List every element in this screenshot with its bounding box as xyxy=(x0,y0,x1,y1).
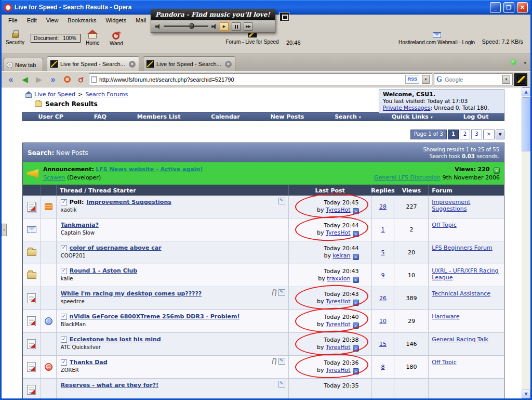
rewind-button[interactable]: « xyxy=(5,73,17,85)
reload-button[interactable] xyxy=(61,73,73,85)
page-3-link[interactable]: 3 xyxy=(471,130,482,139)
last-poster-link[interactable]: traxxion xyxy=(327,275,350,282)
announcement-forum-link[interactable]: General LFS Discussion xyxy=(374,174,441,181)
widget-restore-icon[interactable] xyxy=(280,12,289,21)
minimize-button[interactable]: _ xyxy=(490,2,501,13)
address-field[interactable]: RSS xyxy=(89,73,432,85)
forum-link[interactable]: Off Topic xyxy=(432,359,456,366)
header-last-post[interactable]: Last Post xyxy=(289,185,372,196)
thread-preview-icon[interactable] xyxy=(278,381,285,388)
forward-button[interactable]: ▶ xyxy=(33,73,45,85)
forum-link[interactable]: LFS Beginners Forum xyxy=(432,244,492,251)
scroll-down-icon[interactable] xyxy=(522,390,530,398)
goto-last-post-icon[interactable] xyxy=(353,368,359,375)
nav-item-members-list[interactable]: Members List xyxy=(137,113,181,120)
rss-dropdown-icon[interactable] xyxy=(422,75,430,84)
thread-title-link[interactable]: nVidia GeForce 6800XTreme 256mb DDR3 - P… xyxy=(70,313,240,320)
forum-link[interactable]: Hardware xyxy=(432,313,459,320)
goto-first-unread-icon[interactable] xyxy=(61,314,67,320)
goto-last-post-icon[interactable] xyxy=(353,231,359,237)
thread-title-link[interactable]: Thanks Dad xyxy=(70,359,108,366)
replies-link[interactable]: 5 xyxy=(381,249,385,256)
goto-first-unread-icon[interactable] xyxy=(61,359,67,366)
last-poster-link[interactable]: TyresHot xyxy=(326,229,351,236)
tab-search-results-2[interactable]: Live for Speed - Search... xyxy=(143,56,235,71)
thread-title-link[interactable]: Round 1 - Aston Club xyxy=(70,267,137,274)
last-poster-link[interactable]: TyresHot xyxy=(326,321,351,328)
last-poster-link[interactable]: TyresHot xyxy=(326,207,351,213)
thread-title-link[interactable]: Reserves - what are they for?! xyxy=(61,382,158,389)
play-button[interactable] xyxy=(220,22,229,31)
header-forum[interactable]: Forum xyxy=(429,185,504,196)
nav-item-new-posts[interactable]: New Posts xyxy=(271,113,304,120)
thread-title-link[interactable]: Ecclestone has lost his mind xyxy=(70,336,161,343)
goto-last-post-icon[interactable] xyxy=(353,254,359,260)
goto-first-unread-icon[interactable] xyxy=(61,268,67,274)
nav-item-user-cp[interactable]: User CP xyxy=(38,113,63,120)
url-input[interactable] xyxy=(99,76,403,83)
tab-close-icon[interactable] xyxy=(225,61,232,68)
menu-file[interactable]: File xyxy=(4,16,22,25)
security-button[interactable]: Security xyxy=(6,28,24,45)
slider-thumb[interactable] xyxy=(190,23,194,29)
forum-link[interactable]: Improvement Suggestions xyxy=(432,199,470,212)
tab-list-chevron-icon[interactable] xyxy=(524,60,526,66)
tab-close-icon[interactable] xyxy=(129,61,136,68)
goto-last-post-icon[interactable] xyxy=(353,345,359,352)
goto-last-post-icon[interactable] xyxy=(353,208,359,214)
nav-item-calendar[interactable]: Calendar xyxy=(211,113,240,120)
new-tab-button[interactable]: New tab xyxy=(4,58,43,71)
back-button[interactable]: ◀ xyxy=(19,73,31,85)
scrollbar-thumb[interactable] xyxy=(522,97,530,151)
last-poster-link[interactable]: TyresHot xyxy=(326,298,351,305)
announcement-author-link[interactable]: Scawen xyxy=(43,174,65,181)
forum-link[interactable]: Technical Assistance xyxy=(432,290,490,297)
replies-link[interactable]: 28 xyxy=(379,203,387,210)
header-thread[interactable]: Thread / Thread Starter xyxy=(57,185,289,196)
private-messages-link[interactable]: Private Messages xyxy=(383,105,430,111)
goto-last-post-icon[interactable] xyxy=(353,300,359,306)
page-jump-dropdown-icon[interactable] xyxy=(496,130,504,139)
webmail-button[interactable]: Hostireland.com Webmail - Login xyxy=(389,28,485,45)
header-replies[interactable]: Replies xyxy=(371,185,394,196)
thread-title-link[interactable]: color of username above car xyxy=(70,244,162,251)
maximize-button[interactable]: ❐ xyxy=(503,2,514,13)
nav-item-search[interactable]: Search xyxy=(335,113,361,120)
wand-button[interactable]: Wand xyxy=(110,28,123,46)
last-poster-link[interactable]: TyresHot xyxy=(326,367,351,373)
thread-title-link[interactable]: Improvement Suggestions xyxy=(86,199,171,205)
forum-link[interactable]: General Racing Talk xyxy=(432,336,488,343)
thread-preview-icon[interactable] xyxy=(278,289,285,296)
header-views[interactable]: Views xyxy=(394,185,429,196)
replies-link[interactable]: 8 xyxy=(381,364,385,370)
close-button[interactable]: ✕ xyxy=(517,2,528,13)
next-track-button[interactable] xyxy=(244,22,252,31)
thread-title-link[interactable]: Tankmania? xyxy=(61,222,99,228)
thread-title-link[interactable]: While I'm racing my desktop comes up????… xyxy=(61,290,202,297)
vertical-scrollbar[interactable] xyxy=(522,87,530,398)
goto-last-post-icon[interactable] xyxy=(353,277,359,283)
site-icon-button[interactable] xyxy=(514,73,527,86)
volume-slider[interactable] xyxy=(164,25,208,27)
panel-toggle-chevron[interactable] xyxy=(2,224,7,236)
page-2-link[interactable]: 2 xyxy=(460,130,470,139)
goto-announcement-icon[interactable] xyxy=(494,167,500,174)
last-poster-link[interactable]: TyresHot xyxy=(326,344,351,351)
nav-item-log-out[interactable]: Log Out xyxy=(463,113,489,120)
document-zoom-combo[interactable]: Document: 100% xyxy=(31,34,81,43)
replies-link[interactable]: 9 xyxy=(381,272,385,279)
replies-link[interactable]: 15 xyxy=(379,341,387,347)
home-button[interactable]: Home xyxy=(86,28,100,46)
nav-item-quick-links[interactable]: Quick Links xyxy=(392,113,433,120)
menu-bookmarks[interactable]: Bookmarks xyxy=(63,16,101,25)
goto-last-post-icon[interactable] xyxy=(353,322,359,329)
goto-first-unread-icon[interactable] xyxy=(61,245,67,251)
replies-link[interactable]: 10 xyxy=(379,318,387,325)
goto-first-unread-icon[interactable] xyxy=(61,199,67,205)
breadcrumb-section-link[interactable]: Search Forums xyxy=(85,91,128,98)
pandora-titlebar[interactable]: Pandora - Find music you'll love! xyxy=(151,9,275,20)
pause-button[interactable] xyxy=(232,22,241,31)
replies-link[interactable]: 1 xyxy=(381,226,385,233)
replies-link[interactable]: 26 xyxy=(379,295,387,302)
pandora-widget[interactable]: Pandora - Find music you'll love! xyxy=(151,9,275,33)
